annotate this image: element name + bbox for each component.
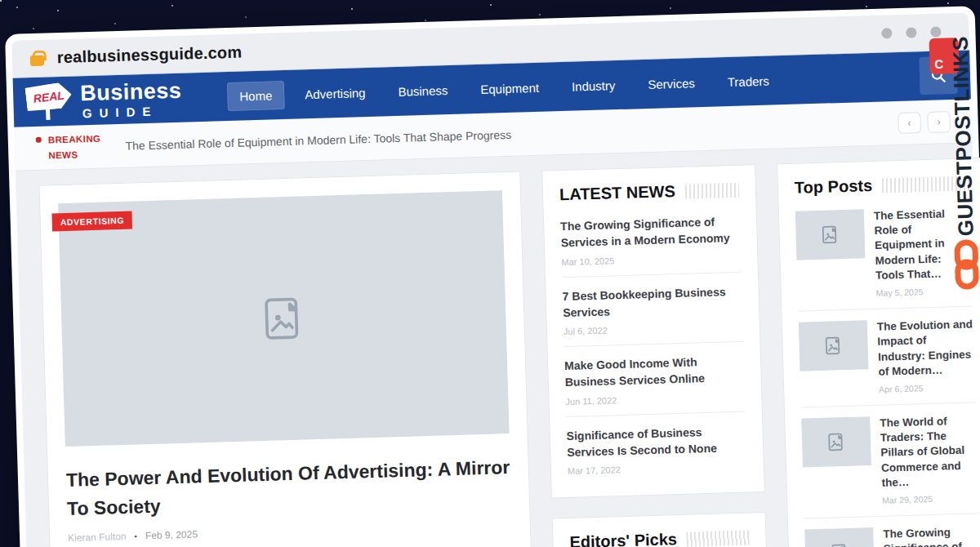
latest-news-widget: LATEST NEWS The Growing Significance of … [541, 164, 765, 499]
thumbnail-placeholder [801, 416, 871, 467]
article-excerpt: Advertising is more than just a tool for… [69, 542, 514, 547]
hatch-decoration [685, 182, 740, 198]
featured-image-placeholder: ADVERTISING [58, 190, 510, 447]
thumbnail-placeholder [804, 527, 875, 547]
content-area: ADVERTISING The Power And Evolution Of A… [16, 143, 980, 547]
list-item[interactable]: Make Good Income With Business Services … [564, 342, 746, 417]
meta-separator: • [134, 531, 137, 540]
article-title[interactable]: The World of Traders: The Pillars of Glo… [880, 413, 978, 491]
thumbnail-placeholder [795, 209, 866, 260]
article-title[interactable]: The Growing Significance of Services in … [560, 213, 741, 251]
image-placeholder-icon [257, 292, 310, 345]
ticker-headline[interactable]: The Essential Role of Equipment in Moder… [125, 127, 511, 152]
logo-title: Business [80, 79, 182, 105]
article-date: Mar 29, 2025 [882, 492, 978, 505]
list-item[interactable]: Significance of Business Services Is Sec… [566, 411, 747, 486]
lock-icon [30, 56, 44, 66]
image-placeholder-icon [826, 431, 848, 453]
nav-item[interactable]: Business [385, 75, 461, 106]
thumbnail-placeholder [799, 320, 869, 371]
article-date: Mar 17, 2022 [568, 461, 747, 476]
breaking-label-line1: BREAKING [48, 131, 101, 148]
article-title[interactable]: 7 Best Bookkeeping Business Services [562, 282, 742, 321]
latest-news-list: The Growing Significance of Services in … [560, 202, 748, 487]
article-date: Feb 9, 2025 [145, 528, 198, 541]
image-placeholder-icon [819, 224, 841, 246]
sign-post-icon: REAL [24, 79, 78, 124]
list-item[interactable]: The Growing Significance of Services in … [560, 202, 742, 278]
watermark-text: GUESTPOSTLINKS [947, 36, 978, 237]
nav-item[interactable]: Home [227, 81, 285, 111]
article-author[interactable]: Kieran Fulton [68, 531, 127, 544]
site-logo[interactable]: REAL Business GUIDE [26, 78, 213, 122]
image-placeholder-icon [829, 542, 851, 547]
hatch-decoration [687, 530, 750, 546]
ticker-prev-button[interactable]: ‹ [898, 112, 921, 134]
category-badge[interactable]: ADVERTISING [51, 211, 132, 232]
article-date: Apr 6, 2025 [879, 381, 975, 394]
bullet-icon [36, 137, 42, 143]
window-control-dot[interactable] [906, 27, 916, 38]
nav-menu: HomeAdvertisingBusinessEquipmentIndustry… [227, 66, 782, 111]
starfield-decoration [0, 0, 2, 2]
window-control-dot[interactable] [930, 26, 941, 37]
guestpostlinks-watermark: C GUESTPOSTLINKS [938, 35, 980, 291]
article-title[interactable]: Make Good Income With Business Services … [564, 353, 745, 391]
image-placeholder-icon [822, 335, 844, 357]
article-title[interactable]: The Evolution and Impact of Industry: En… [877, 317, 975, 379]
article-title[interactable]: The Power And Evolution Of Advertising: … [66, 453, 512, 523]
top-posts-heading: Top Posts [795, 176, 873, 198]
window-control-dot[interactable] [881, 28, 892, 38]
article-date: Jun 11, 2022 [565, 391, 745, 406]
logo-subtitle: GUIDE [82, 104, 182, 119]
nav-item[interactable]: Services [635, 68, 708, 99]
middle-column: LATEST NEWS The Growing Significance of … [541, 164, 768, 547]
breaking-news-label: BREAKING NEWS [36, 131, 102, 163]
chain-link-icon [950, 239, 980, 291]
list-item[interactable]: The Growing Significance of Services in … [804, 514, 980, 547]
nav-item[interactable]: Advertising [292, 78, 378, 109]
list-item[interactable]: 7 Best Bookkeeping Business Services Jul… [562, 272, 743, 347]
breaking-label-line2: NEWS [48, 146, 101, 162]
list-item[interactable]: The Evolution and Impact of Industry: En… [798, 306, 975, 407]
nav-item[interactable]: Equipment [468, 73, 552, 104]
list-item[interactable]: The World of Traders: The Pillars of Glo… [801, 402, 979, 518]
featured-article-card[interactable]: ADVERTISING The Power And Evolution Of A… [38, 171, 532, 547]
article-date: Mar 10, 2025 [561, 251, 741, 266]
logo-text: Business GUIDE [80, 79, 182, 119]
nav-item[interactable]: Traders [715, 66, 782, 96]
latest-news-heading: LATEST NEWS [559, 182, 675, 204]
article-date: Jul 6, 2022 [564, 322, 743, 336]
editors-picks-heading: Editors' Picks [569, 531, 677, 547]
editors-picks-widget: Editors' Picks [552, 512, 768, 547]
browser-window: realbusinessguide.com REAL Business GUID… [5, 6, 980, 547]
article-title[interactable]: Significance of Business Services Is Sec… [566, 422, 746, 460]
nav-item[interactable]: Industry [559, 70, 627, 100]
address-bar[interactable]: realbusinessguide.com [57, 43, 243, 68]
window-controls[interactable] [881, 26, 941, 38]
article-meta: Kieran Fulton • Feb 9, 2025 [68, 519, 512, 544]
page-body: BREAKING NEWS The Essential Role of Equi… [14, 99, 980, 547]
logo-badge: REAL [33, 88, 65, 105]
